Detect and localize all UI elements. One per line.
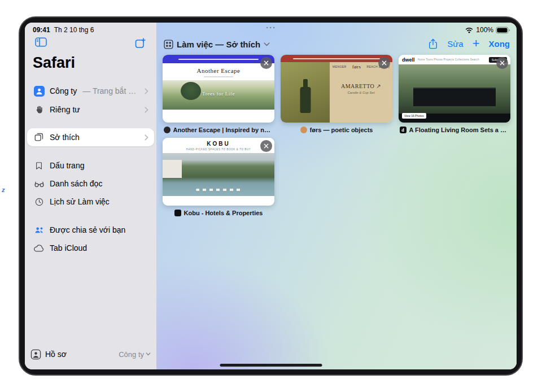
site-header: KOBU HAND-PICKED SPACES TO BOOK & TO BUY	[163, 138, 274, 151]
site-logo: Another Escape	[163, 67, 274, 74]
close-tab-button[interactable]	[260, 140, 272, 152]
tab-thumbnail[interactable]: dwell Home Tours Photos Projects Collect…	[399, 55, 510, 123]
chevron-down-icon	[264, 42, 270, 46]
new-tab-group-icon[interactable]	[134, 37, 146, 51]
profile-icon	[30, 349, 41, 360]
sidebar-item-label: Danh sách đọc	[50, 179, 102, 188]
done-button[interactable]: Xong	[489, 39, 510, 49]
page: z 09:41 Th 2 10 thg 6 Safari	[0, 0, 542, 392]
status-bar-right: 100%	[465, 26, 510, 34]
battery-icon	[496, 27, 510, 34]
bookmark-icon	[33, 161, 45, 171]
wifi-icon	[465, 27, 474, 33]
sidebar-item-danh-sach-doc[interactable]: Danh sách đọc	[27, 175, 154, 192]
sidebar-item-label: Được chia sẻ với bạn	[50, 225, 125, 234]
home-indicator[interactable]	[220, 364, 322, 367]
clock: 09:41	[33, 26, 50, 34]
tab-caption: d A Floating Living Room Sets a Family's…	[399, 125, 510, 134]
tab-group-icon	[33, 132, 45, 142]
tab-title: Another Escape | Inspired by nature	[173, 127, 274, 133]
site-logo: dwell	[402, 57, 415, 63]
sidebar-item-label: Riêng tư	[50, 105, 80, 114]
sidebar-item-label: Tab iCloud	[50, 243, 87, 252]
tab-thumbnail[interactable]: Another Escape Trees for Life	[163, 55, 274, 123]
close-icon	[264, 60, 269, 66]
site-hero-photo	[163, 153, 274, 196]
sidebar-item-shared-with-you[interactable]: Được chia sẻ với bạn	[27, 221, 154, 238]
sidebar-item-rieng-tu[interactable]: Riêng tư	[27, 101, 154, 118]
tab-grid-icon	[164, 40, 173, 49]
chevron-down-icon	[146, 352, 151, 356]
tab-title: A Floating Living Room Sets a Family's…	[409, 127, 510, 133]
multitasking-handle[interactable]: ···	[266, 23, 276, 32]
site-nav: Home Tours Photos Projects Collections S…	[418, 58, 486, 61]
site-banner	[281, 55, 392, 62]
sidebar-footer: Hồ sơ Công ty	[30, 347, 151, 361]
new-tab-button[interactable]: +	[473, 38, 480, 49]
company-profile-icon	[33, 86, 45, 97]
sidebar-item-lich-su[interactable]: Lịch sử Làm việc	[27, 193, 154, 210]
private-hand-icon	[33, 105, 45, 114]
sidebar-item-dau-trang[interactable]: Dấu trang	[27, 157, 154, 174]
site-hero-photo: View 16 Photos	[399, 64, 510, 123]
chevron-right-icon	[145, 134, 148, 141]
tab-caption: Another Escape | Inspired by nature	[163, 125, 274, 134]
site-logo: KOBU	[163, 141, 274, 147]
favicon-dwell: d	[400, 127, 406, 133]
site-logo: førs	[352, 64, 361, 69]
tab-card-fors: MENGER førs REACH BAG(0) AMARETTO ↗ Cand…	[281, 55, 392, 134]
tab-caption: Kobu - Hotels & Properties	[163, 208, 274, 217]
sidebar-toggle-icon[interactable]	[35, 37, 47, 49]
tab-title: førs — poetic objects	[310, 127, 373, 133]
sidebar-toolbar	[25, 37, 156, 50]
close-tab-button[interactable]	[496, 57, 508, 69]
view-photos-button: View 16 Photos	[402, 113, 426, 119]
close-icon	[264, 143, 269, 149]
site-header: dwell Home Tours Photos Projects Collect…	[399, 55, 510, 64]
sidebar-item-tab-icloud[interactable]: Tab iCloud	[27, 239, 154, 256]
stray-blue-mark: z	[2, 186, 5, 193]
favicon-kobu	[174, 210, 181, 216]
tab-group-header[interactable]: Làm việc — Sở thích	[164, 38, 270, 50]
ipad-frame: 09:41 Th 2 10 thg 6 Safari C	[19, 16, 523, 376]
tab-card-another-escape: Another Escape Trees for Life Another	[163, 55, 274, 134]
sidebar: 09:41 Th 2 10 thg 6 Safari C	[25, 23, 156, 369]
product-subtitle: Candle & Cup Set	[348, 91, 375, 94]
site-banner	[163, 55, 274, 63]
share-icon[interactable]	[428, 38, 438, 50]
sidebar-item-so-thich-selected[interactable]: Sở thích	[27, 128, 154, 146]
tab-overview: 100% ··· Làm việc — Sở thích	[156, 23, 517, 369]
sidebar-item-cong-ty[interactable]: Công ty — Trang bắt đầu	[27, 82, 154, 99]
tab-grid: Another Escape Trees for Life Another	[163, 55, 510, 217]
tab-thumbnail[interactable]: KOBU HAND-PICKED SPACES TO BOOK & TO BUY	[163, 138, 274, 206]
nav-left: MENGER	[333, 65, 346, 68]
chevron-right-icon	[145, 107, 148, 113]
tab-title: Kobu - Hotels & Properties	[184, 210, 263, 216]
date: Th 2 10 thg 6	[54, 26, 94, 34]
battery-percent: 100%	[476, 26, 493, 34]
profile-picker[interactable]: Công ty	[119, 350, 151, 359]
site-nav	[204, 76, 233, 77]
overview-toolbar: Sửa + Xong	[428, 37, 510, 50]
history-clock-icon	[33, 197, 45, 207]
app-title: Safari	[33, 54, 75, 72]
sidebar-item-label: Lịch sử Làm việc	[50, 197, 110, 206]
close-tab-button[interactable]	[260, 57, 272, 69]
site-hero-photo: Trees for Life	[163, 80, 274, 110]
close-icon	[500, 60, 505, 66]
favicon-another-escape	[164, 127, 171, 133]
sidebar-item-detail: — Trang bắt đầu	[82, 86, 140, 95]
shared-people-icon	[33, 225, 45, 234]
edit-button[interactable]: Sửa	[447, 39, 463, 49]
close-tab-button[interactable]	[378, 57, 390, 69]
site-hero-text: Trees for Life	[163, 91, 274, 97]
profile-label: Hồ sơ	[45, 350, 67, 359]
profile-picker-value: Công ty	[119, 350, 144, 359]
icloud-icon	[33, 244, 45, 252]
tab-card-dwell: dwell Home Tours Photos Projects Collect…	[399, 55, 510, 134]
tab-thumbnail[interactable]: MENGER førs REACH BAG(0) AMARETTO ↗ Cand…	[281, 55, 392, 123]
site-tagline: HAND-PICKED SPACES TO BOOK & TO BUY	[163, 148, 274, 151]
favicon-fors	[300, 127, 307, 133]
screen: 09:41 Th 2 10 thg 6 Safari C	[25, 23, 517, 369]
bottle-photo	[281, 62, 330, 123]
